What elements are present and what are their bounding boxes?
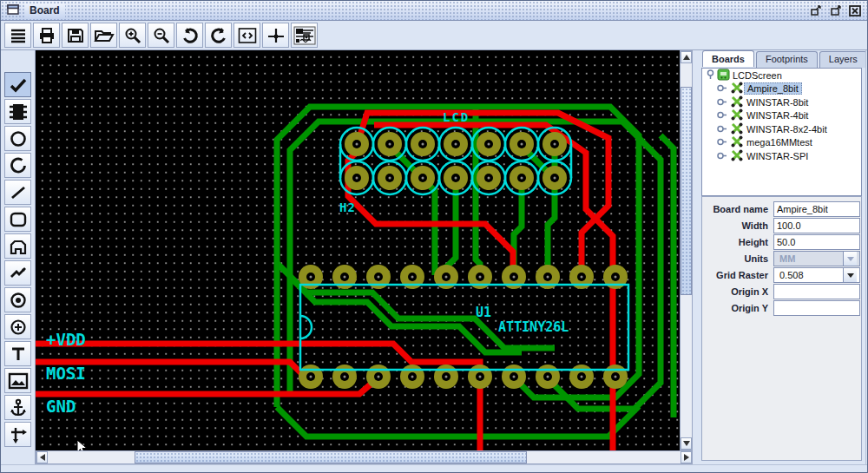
drill-hole-icon[interactable] bbox=[4, 314, 31, 339]
footprint-icon bbox=[730, 95, 744, 109]
net-label-gnd: GND bbox=[46, 397, 76, 416]
open-folder-icon[interactable] bbox=[90, 23, 117, 48]
board-name-label: Board name bbox=[702, 204, 768, 214]
units-label: Units bbox=[702, 253, 768, 264]
tree-root-label: LCDScreen bbox=[730, 70, 785, 81]
grid-raster-value: 0.508 bbox=[777, 270, 843, 280]
move-icon[interactable] bbox=[4, 422, 31, 447]
arc-icon[interactable] bbox=[4, 153, 31, 178]
scroll-left-icon[interactable] bbox=[36, 451, 48, 463]
shade-button[interactable] bbox=[809, 3, 824, 17]
width-input[interactable] bbox=[773, 218, 860, 233]
app-window: Board bbox=[0, 0, 868, 473]
polyline-icon[interactable] bbox=[4, 260, 31, 286]
footprint-icon bbox=[730, 82, 744, 95]
bottom-strip bbox=[1, 464, 867, 473]
footprint-icon bbox=[730, 135, 744, 149]
footprint-icon bbox=[730, 122, 744, 136]
select-check-icon[interactable] bbox=[4, 72, 31, 97]
footprint-icon bbox=[730, 149, 744, 163]
tree-expand-icon[interactable] bbox=[717, 97, 727, 108]
solder-pads bbox=[299, 132, 628, 389]
horizontal-scrollbar[interactable] bbox=[36, 450, 693, 464]
pad-icon[interactable] bbox=[4, 287, 31, 312]
net-label-mosi: MOSI bbox=[46, 364, 86, 383]
tab-footprints[interactable]: Footprints bbox=[756, 51, 818, 68]
tree-expand-icon[interactable] bbox=[717, 137, 727, 148]
pcb-canvas[interactable]: LCD H2 U1 ATTINY26L +VDD MOSI GND bbox=[36, 50, 680, 450]
board-properties-form: Board name Width Height Units MM Grid Ra… bbox=[701, 196, 862, 461]
anchor-icon[interactable] bbox=[4, 395, 31, 420]
vertical-scrollbar[interactable] bbox=[680, 50, 693, 450]
tree-item-winstar-8x2-4bit[interactable]: WINSTAR-8x2-4bit bbox=[702, 122, 861, 136]
origin-y-label: Origin Y bbox=[702, 303, 768, 313]
tree-item-label: WINSTAR-8bit bbox=[744, 97, 811, 108]
save-icon[interactable] bbox=[62, 23, 89, 48]
dip-footprint-icon[interactable] bbox=[4, 99, 31, 124]
tree-expand-icon[interactable] bbox=[717, 124, 727, 135]
height-input[interactable] bbox=[773, 234, 860, 250]
bridge-shape-icon[interactable] bbox=[4, 233, 31, 259]
main-toolbar bbox=[1, 21, 867, 50]
header-label-lcd: LCD bbox=[443, 110, 470, 124]
panel-splitter[interactable] bbox=[693, 50, 700, 464]
grid-raster-combobox[interactable]: 0.508 bbox=[773, 267, 860, 283]
zoom-out-icon[interactable] bbox=[148, 23, 174, 48]
undo-icon[interactable] bbox=[176, 23, 203, 48]
tree-item-label: WINSTAR-SPI bbox=[744, 151, 811, 161]
footprint-image-icon[interactable] bbox=[291, 23, 318, 48]
redo-icon[interactable] bbox=[205, 23, 232, 48]
tool-palette bbox=[1, 50, 36, 464]
tree-expand-icon[interactable] bbox=[717, 83, 727, 94]
tab-boards[interactable]: Boards bbox=[702, 50, 754, 67]
tree-expand-icon[interactable] bbox=[717, 110, 727, 121]
units-dropdown-icon bbox=[843, 252, 857, 266]
grid-raster-dropdown-icon[interactable] bbox=[843, 268, 857, 282]
text-icon[interactable] bbox=[4, 341, 31, 366]
window-icon bbox=[7, 3, 19, 18]
tree-item-label: WINSTAR-4bit bbox=[744, 110, 811, 121]
panel-tabs: Boards Footprints Layers bbox=[702, 51, 868, 68]
board-set-icon bbox=[717, 69, 730, 82]
units-combobox: MM bbox=[773, 251, 860, 266]
close-button[interactable] bbox=[847, 3, 862, 17]
tree-expand-icon[interactable] bbox=[717, 151, 727, 161]
tree-collapse-icon[interactable] bbox=[707, 69, 714, 82]
print-icon[interactable] bbox=[33, 23, 60, 48]
grid-raster-label: Grid Raster bbox=[702, 270, 768, 280]
units-value: MM bbox=[777, 253, 843, 264]
window-title: Board bbox=[24, 3, 65, 17]
tree-item-winstar-spi[interactable]: WINSTAR-SPI bbox=[702, 149, 861, 163]
scroll-up-icon[interactable] bbox=[681, 51, 692, 63]
tree-item-ampire_8bit[interactable]: Ampire_8bit bbox=[702, 82, 861, 96]
menu-icon[interactable] bbox=[4, 23, 31, 48]
board-name-input[interactable] bbox=[773, 201, 860, 217]
right-panel: Boards Footprints Layers LCDScreen Ampir… bbox=[700, 50, 865, 464]
footprint-icon bbox=[730, 108, 744, 122]
tree-item-winstar-4bit[interactable]: WINSTAR-4bit bbox=[702, 109, 861, 123]
vertical-scroll-thumb[interactable] bbox=[681, 87, 692, 295]
tree-item-winstar-8bit[interactable]: WINSTAR-8bit bbox=[702, 95, 861, 109]
boards-tree: LCDScreen Ampire_8bitWINSTAR-8bitWINSTAR… bbox=[701, 68, 862, 196]
tab-layers[interactable]: Layers bbox=[819, 51, 867, 68]
mouse-cursor bbox=[76, 439, 90, 450]
image-icon[interactable] bbox=[4, 368, 31, 393]
title-bar[interactable]: Board bbox=[1, 1, 867, 21]
tree-root-lcdscreen[interactable]: LCDScreen bbox=[702, 69, 861, 82]
maximize-button[interactable] bbox=[828, 3, 843, 17]
origin-x-input[interactable] bbox=[773, 284, 860, 299]
junction-icon[interactable] bbox=[262, 23, 289, 48]
horizontal-scroll-thumb[interactable] bbox=[135, 451, 527, 463]
scroll-down-icon[interactable] bbox=[681, 437, 692, 450]
header-ref-h2: H2 bbox=[339, 200, 356, 214]
circle-icon[interactable] bbox=[4, 126, 31, 151]
rounded-rectangle-icon[interactable] bbox=[4, 207, 31, 232]
origin-y-input[interactable] bbox=[773, 300, 860, 316]
code-view-icon[interactable] bbox=[233, 23, 260, 48]
tree-item-label: WINSTAR-8x2-4bit bbox=[744, 124, 830, 135]
tree-item-label: Ampire_8bit bbox=[744, 82, 802, 95]
line-icon[interactable] bbox=[4, 180, 31, 205]
tree-item-mega16mmtest[interactable]: mega16MMtest bbox=[702, 136, 861, 150]
scroll-right-icon[interactable] bbox=[681, 451, 692, 463]
zoom-in-icon[interactable] bbox=[119, 23, 146, 48]
